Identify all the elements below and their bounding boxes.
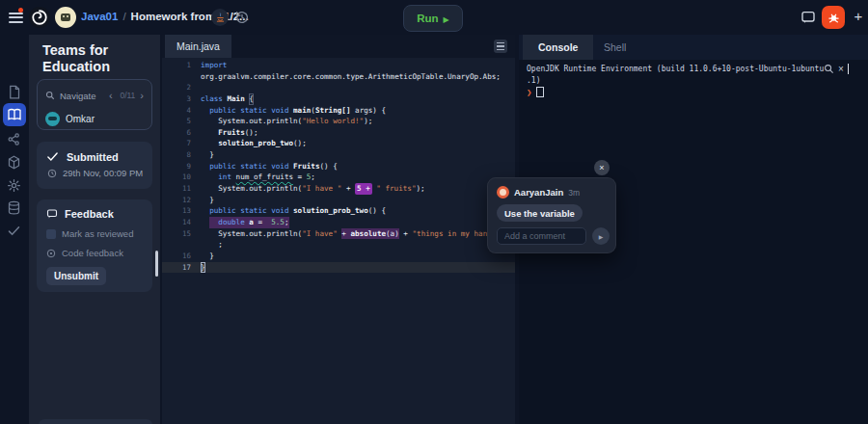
student-avatar [45, 112, 60, 126]
student-name: Omkar [66, 114, 95, 124]
code-line[interactable]: 1import [162, 60, 515, 71]
tab-main-java[interactable]: Main.java [165, 35, 231, 58]
console-cursor [536, 87, 544, 97]
console-output: OpenJDK Runtime Environment (build 11.0.… [527, 64, 862, 87]
chevron-right-icon[interactable]: › [140, 91, 144, 100]
navigate-card: ‹ 0/11 › Omkar [37, 79, 152, 130]
feedback-card: Feedback Mark as reviewed Code feedback … [37, 199, 152, 292]
replit-logo[interactable] [29, 7, 50, 28]
user-avatar[interactable] [55, 7, 76, 28]
navigate-counter: 0/11 [120, 91, 135, 100]
code-line[interactable]: 17} [162, 262, 515, 274]
comment-popup: AaryanJain 3m Use the variable ▶ [487, 177, 616, 253]
code-line[interactable]: 8 } [162, 149, 515, 161]
mark-reviewed-label: Mark as reviewed [62, 228, 133, 239]
search-icon [45, 91, 55, 100]
run-button[interactable]: Run ▶ [403, 5, 463, 32]
code-editor[interactable]: 1importorg.graalvm.compiler.core.common.… [162, 60, 515, 273]
packages-cube-icon[interactable] [7, 155, 22, 171]
top-bar: Java01/Homework from 11/2... Run ▶ + [0, 0, 868, 35]
chat-icon[interactable] [800, 10, 816, 25]
unsubmit-button[interactable]: Unsubmit [46, 267, 106, 285]
left-icon-rail [0, 35, 29, 424]
commenter-name: AaryanJain [514, 187, 563, 198]
comment-send-button[interactable]: ▶ [592, 227, 610, 245]
checkmark-icon[interactable] [7, 224, 22, 239]
database-icon[interactable] [7, 200, 22, 216]
sidebar-scrollbar[interactable] [155, 251, 158, 277]
new-tab-plus-icon[interactable]: + [851, 7, 866, 26]
mark-reviewed-checkbox[interactable] [46, 229, 56, 239]
comment-input-wrap [497, 227, 586, 245]
teams-education-panel: Teams for Education ‹ 0/11 › Omkar Submi… [29, 35, 160, 424]
console-search-icon[interactable] [824, 64, 834, 74]
breadcrumb-team-link[interactable]: Java01 [81, 11, 118, 22]
code-line[interactable]: 13 public static void solution_prob_two(… [162, 205, 515, 217]
editor-layout-icon[interactable] [494, 40, 507, 53]
run-play-icon: ▶ [444, 14, 449, 23]
code-line[interactable]: 4 public static void main(String[] args)… [162, 105, 515, 117]
bug-report-button[interactable] [822, 6, 845, 29]
java-language-icon [211, 9, 229, 26]
run-button-label: Run [417, 13, 438, 24]
student-row[interactable]: Omkar [38, 112, 151, 126]
code-line[interactable]: 14 double a = 5.5; [162, 217, 515, 228]
file-icon[interactable] [7, 85, 22, 100]
console-tab-bar: Console Shell [519, 35, 868, 60]
code-feedback-target-icon [46, 249, 56, 258]
code-feedback-label[interactable]: Code feedback [62, 248, 123, 258]
console-clear-icon[interactable]: × [838, 64, 844, 74]
panel-title: Teams for Education [42, 42, 150, 75]
comment-time: 3m [568, 188, 580, 198]
notification-dot [18, 8, 23, 13]
code-line[interactable]: ; [162, 239, 515, 251]
hidden-card-edge [39, 419, 152, 424]
code-line[interactable]: 10 int num_of_fruits = 5; [162, 172, 515, 183]
console-output-line2: .1) [527, 76, 540, 85]
code-line[interactable]: 2 [162, 82, 515, 93]
console-prompt: ❯ [527, 88, 531, 97]
code-line[interactable]: 9 public static void Fruits() { [162, 161, 515, 172]
feedback-title: Feedback [65, 208, 114, 220]
comment-close-icon[interactable]: × [594, 160, 610, 175]
navigate-input[interactable] [60, 91, 104, 101]
code-line[interactable]: 5 System.out.println("Hello world!"); [162, 116, 515, 127]
submitted-check-icon [46, 150, 59, 163]
tab-shell[interactable]: Shell [588, 35, 641, 60]
editor-tab-bar: Main.java [162, 35, 515, 58]
settings-gear-icon[interactable] [7, 178, 22, 194]
education-active-bg[interactable] [3, 103, 26, 126]
submission-card: Submitted 29th Nov, 00:09 PM [37, 142, 152, 189]
code-line[interactable]: 6 Fruits(); [162, 127, 515, 139]
code-line[interactable]: 7 solution_prob_two(); [162, 138, 515, 149]
commenter-avatar [497, 186, 509, 199]
submission-timestamp: 29th Nov, 00:09 PM [63, 168, 143, 178]
code-line[interactable]: 16 } [162, 251, 515, 262]
code-line[interactable]: 15 System.out.println("I have" + absolut… [162, 228, 515, 240]
breadcrumb-project-title: Homework from 11/2... [131, 11, 249, 22]
education-book-icon [7, 107, 22, 122]
history-icon[interactable] [234, 10, 250, 25]
code-line[interactable]: org.graalvm.compiler.core.common.type.Ar… [162, 71, 515, 83]
console-text-caret [848, 64, 850, 74]
submission-status: Submitted [67, 151, 119, 163]
tab-console[interactable]: Console [523, 35, 593, 60]
chevron-left-icon[interactable]: ‹ [109, 91, 113, 100]
comment-message: Use the variable [497, 204, 583, 222]
code-line[interactable]: 11 System.out.println("I have " + 5 + " … [162, 183, 515, 195]
share-icon[interactable] [7, 132, 22, 147]
feedback-bubble-icon [46, 208, 58, 220]
breadcrumb-separator: / [122, 11, 125, 22]
console-output-line1: OpenJDK Runtime Environment (build 11.0.… [527, 65, 824, 73]
clock-icon [47, 169, 57, 178]
code-line[interactable]: 3class Main { [162, 93, 515, 105]
code-line[interactable]: 12 } [162, 195, 515, 206]
menu-icon[interactable] [9, 13, 23, 23]
code-editor-pane: Main.java 1importorg.graalvm.compiler.co… [162, 35, 515, 424]
